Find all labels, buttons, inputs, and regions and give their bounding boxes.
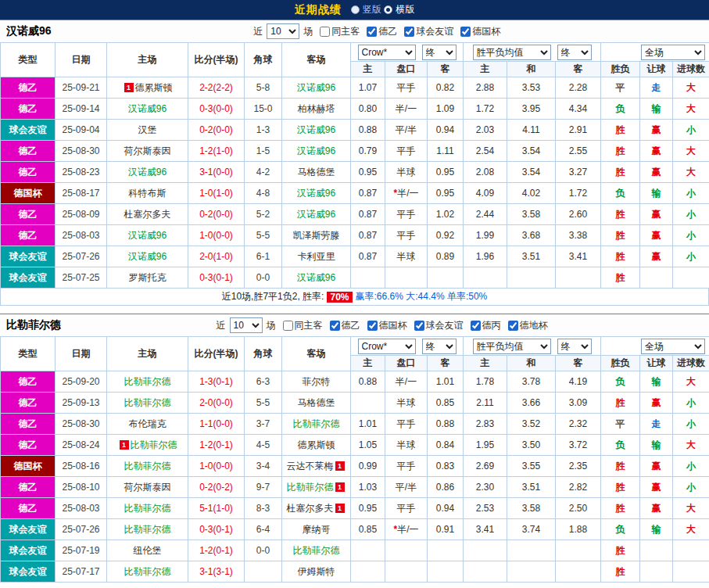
- same-venue-filter[interactable]: 同主客: [280, 319, 323, 332]
- home-team[interactable]: 汉堡: [107, 120, 188, 141]
- match-score[interactable]: 0-2(0-0): [188, 204, 245, 225]
- match-score[interactable]: 0-3(0-1): [188, 519, 245, 540]
- competition-filter[interactable]: 球会友谊: [401, 25, 453, 38]
- competition-checkbox[interactable]: [367, 27, 377, 37]
- home-team[interactable]: 纽伦堡: [107, 540, 188, 561]
- home-team[interactable]: 布伦瑞克: [107, 414, 188, 435]
- home-team[interactable]: 比勒菲尔德: [107, 371, 188, 393]
- match-score[interactable]: 1-0(1-0): [188, 183, 245, 204]
- away-team[interactable]: 比勒菲尔德: [282, 414, 351, 435]
- competition-filter[interactable]: 德乙: [363, 25, 397, 38]
- match-score[interactable]: 1-2(0-1): [188, 435, 245, 456]
- competition-checkbox[interactable]: [460, 27, 471, 37]
- euro-average-select[interactable]: 胜平负均值: [473, 45, 551, 60]
- home-team[interactable]: 比勒菲尔德: [107, 561, 188, 583]
- match-score[interactable]: 3-1(0-0): [188, 162, 245, 183]
- away-team[interactable]: 马格德堡: [282, 393, 351, 414]
- away-team[interactable]: 马格德堡: [282, 162, 351, 183]
- match-scope-select[interactable]: 全场: [641, 45, 705, 60]
- home-team[interactable]: 1比勒菲尔德: [107, 435, 188, 456]
- away-team[interactable]: 摩纳哥: [282, 519, 351, 540]
- home-team[interactable]: 汉诺威96: [107, 225, 188, 246]
- away-team[interactable]: 汉诺威96: [282, 267, 351, 289]
- ah-stage-select[interactable]: 终: [422, 45, 457, 60]
- competition-filter[interactable]: 德丙: [467, 319, 501, 332]
- eu-away-odds: 2.91: [556, 120, 601, 141]
- ah-stage-select[interactable]: 终: [422, 339, 457, 354]
- home-team[interactable]: 比勒菲尔德: [107, 456, 188, 477]
- match-score[interactable]: 1-0(0-0): [188, 225, 245, 246]
- match-score[interactable]: 3-1(3-1): [188, 561, 245, 583]
- away-team[interactable]: 德累斯顿: [282, 435, 351, 456]
- home-team[interactable]: 比勒菲尔德: [107, 519, 188, 540]
- home-team[interactable]: 荷尔斯泰因: [107, 141, 188, 162]
- home-team[interactable]: 汉诺威96: [107, 246, 188, 267]
- home-team[interactable]: 汉诺威96: [107, 99, 188, 120]
- away-team[interactable]: 汉诺威96: [282, 141, 351, 162]
- away-team[interactable]: 伊姆斯特: [282, 561, 351, 583]
- match-scope-select[interactable]: 全场: [641, 339, 705, 354]
- home-team[interactable]: 比勒菲尔德: [107, 498, 188, 519]
- match-score[interactable]: 1-0(0-0): [188, 456, 245, 477]
- match-score[interactable]: 5-1(1-0): [188, 498, 245, 519]
- team-name-link: 汉诺威96: [297, 209, 335, 220]
- home-team[interactable]: 科特布斯: [107, 183, 188, 204]
- away-team[interactable]: 卡利亚里: [282, 246, 351, 267]
- match-score[interactable]: 2-2(2-2): [188, 77, 245, 99]
- home-team[interactable]: 荷尔斯泰因: [107, 477, 188, 498]
- away-team[interactable]: 云达不莱梅1: [282, 456, 351, 477]
- same-venue-filter[interactable]: 同主客: [317, 25, 360, 38]
- away-team[interactable]: 比勒菲尔德1: [282, 477, 351, 498]
- competition-filter[interactable]: 德地杯: [505, 319, 548, 332]
- away-team[interactable]: 汉诺威96: [282, 204, 351, 225]
- match-score[interactable]: 1-1(0-0): [188, 414, 245, 435]
- away-team[interactable]: 汉诺威96: [282, 77, 351, 99]
- away-team[interactable]: 杜塞尔多夫1: [282, 498, 351, 519]
- competition-checkbox[interactable]: [404, 27, 414, 37]
- home-team[interactable]: 1德累斯顿: [107, 77, 188, 99]
- away-team[interactable]: 菲尔特: [282, 371, 351, 393]
- match-date: 25-08-24: [56, 435, 107, 456]
- home-team[interactable]: 汉诺威96: [107, 162, 188, 183]
- euro-stage-select[interactable]: 终: [557, 339, 592, 354]
- competition-filter[interactable]: 德乙: [327, 319, 360, 332]
- euro-average-select[interactable]: 胜平负均值: [473, 339, 551, 354]
- home-team[interactable]: 罗斯托克: [107, 267, 188, 289]
- recent-count-select[interactable]: 10: [267, 23, 299, 39]
- away-team[interactable]: 汉诺威96: [282, 120, 351, 141]
- away-team[interactable]: 汉诺威96: [282, 183, 351, 204]
- competition-checkbox[interactable]: [414, 321, 424, 331]
- match-score[interactable]: 2-0(0-0): [188, 393, 245, 414]
- match-score[interactable]: 0-3(0-0): [188, 99, 245, 120]
- handicap-result-cell: [640, 561, 673, 583]
- odds-company-select[interactable]: Crow*: [358, 45, 416, 60]
- same-venue-checkbox[interactable]: [320, 27, 330, 37]
- competition-filter[interactable]: 德国杯: [457, 25, 500, 38]
- corners: 5-8: [245, 77, 282, 99]
- recent-count-select[interactable]: 10: [230, 317, 263, 333]
- home-team[interactable]: 杜塞尔多夫: [107, 204, 188, 225]
- competition-checkbox[interactable]: [471, 321, 481, 331]
- competition-filter[interactable]: 德国杯: [364, 319, 407, 332]
- corners: 0-0: [245, 267, 282, 289]
- layout-option-vertical[interactable]: 竖版: [351, 3, 381, 16]
- home-team[interactable]: 比勒菲尔德: [107, 393, 188, 414]
- away-team[interactable]: 柏林赫塔: [282, 99, 351, 120]
- match-score[interactable]: 0-3(0-1): [188, 267, 245, 289]
- match-score[interactable]: 1-3(0-1): [188, 371, 245, 393]
- layout-option-horizontal[interactable]: 横版: [384, 3, 414, 16]
- competition-checkbox[interactable]: [367, 321, 378, 331]
- competition-checkbox[interactable]: [508, 321, 518, 331]
- away-team[interactable]: 比勒菲尔德: [282, 540, 351, 561]
- match-score[interactable]: 1-2(0-1): [188, 540, 245, 561]
- competition-checkbox[interactable]: [330, 321, 340, 331]
- match-score[interactable]: 1-2(1-0): [188, 141, 245, 162]
- odds-company-select[interactable]: Crow*: [358, 339, 416, 354]
- match-score[interactable]: 0-2(0-0): [188, 120, 245, 141]
- away-team[interactable]: 凯泽斯劳滕: [282, 225, 351, 246]
- match-score[interactable]: 2-0(1-0): [188, 246, 245, 267]
- euro-stage-select[interactable]: 终: [557, 45, 592, 60]
- competition-filter[interactable]: 球会友谊: [411, 319, 464, 332]
- same-venue-checkbox[interactable]: [283, 321, 293, 331]
- match-score[interactable]: 0-2(0-2): [188, 477, 245, 498]
